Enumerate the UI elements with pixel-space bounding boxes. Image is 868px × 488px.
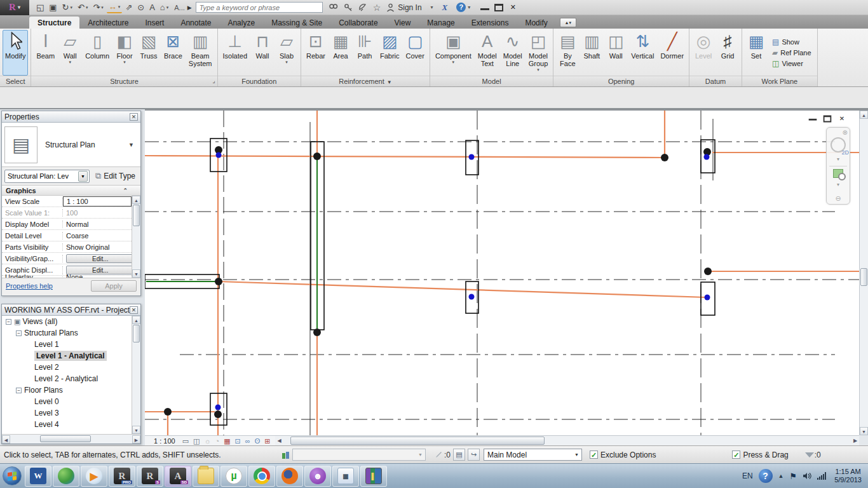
floor-button[interactable]: ◧Floor▾ <box>113 30 136 76</box>
project-browser-title-bar[interactable]: WORKING MY ASS OFF.rvt - Project ... ✕ <box>2 304 140 316</box>
shaft-opening-button[interactable]: ▥Shaft <box>580 30 603 76</box>
analytical-node-black[interactable] <box>704 268 712 275</box>
tree-item-floor-plans[interactable]: −Floor Plans <box>2 384 140 396</box>
sign-in-button[interactable]: Sign In <box>398 3 421 12</box>
wheel-dropdown[interactable]: ▾ <box>837 156 839 162</box>
set-work-plane-button[interactable]: ▦Set <box>745 30 768 76</box>
taskbar-revit-pro[interactable]: RPRO <box>109 466 135 487</box>
sync-icon[interactable]: ↻▾ <box>60 2 74 13</box>
drawing-canvas[interactable]: ✕ ⊗ ▾ ▾ ⊖ <box>145 111 859 435</box>
tree-item-level-1-analytical[interactable]: Level 1 - Analytical <box>2 350 140 362</box>
taskbar-firefox[interactable] <box>276 466 303 487</box>
restore-button[interactable] <box>494 4 503 11</box>
tab-analyze[interactable]: Analyze <box>219 17 263 29</box>
worksets-combo[interactable]: ▼ <box>292 449 426 461</box>
tab-architecture[interactable]: Architecture <box>79 17 137 29</box>
zoom-region-icon[interactable] <box>833 169 843 178</box>
search-icon[interactable] <box>329 3 338 12</box>
wall-opening-button[interactable]: ◫Wall <box>604 30 627 76</box>
panel-label-select[interactable]: Select <box>0 76 31 86</box>
wall-button[interactable]: ▱Wall▾ <box>58 30 81 76</box>
crop-region-icon[interactable]: ⊡ <box>235 437 241 445</box>
taskbar-media-player[interactable]: ▶ <box>81 466 107 487</box>
visual-style-icon[interactable]: ◫ <box>193 437 200 445</box>
exclude-options-checkbox[interactable]: ✓ Exclude Options <box>590 451 656 459</box>
panel-label-foundation[interactable]: Foundation <box>218 76 301 86</box>
edit-type-button[interactable]: ⧉ Edit Type <box>93 170 138 182</box>
zoom-dropdown[interactable]: ▾ <box>837 182 839 187</box>
wall-foundation-button[interactable]: ⊓Wall <box>251 30 274 76</box>
crop-view-icon[interactable]: ▦ <box>224 437 230 445</box>
taskbar-explorer[interactable] <box>193 466 219 487</box>
navbar-close-icon[interactable]: ⊗ <box>843 129 848 136</box>
tag-icon[interactable]: ⊙ <box>135 2 146 13</box>
properties-help-link[interactable]: Properties help <box>6 282 53 290</box>
fabric-button[interactable]: ▨Fabric <box>377 30 402 76</box>
analytical-model-icon[interactable]: ⊞ <box>264 437 270 445</box>
aligned-dimension-icon[interactable]: ⇗ <box>123 2 134 13</box>
scroll-down-arrow[interactable]: ▼ <box>860 427 868 435</box>
slab-button[interactable]: ▱Slab▾ <box>275 30 298 76</box>
analytical-node-blue[interactable] <box>469 294 475 300</box>
analytical-node-blue[interactable] <box>216 152 222 158</box>
expand-collapse-icon[interactable]: − <box>16 330 22 336</box>
tree-scroll-left[interactable]: ◀ <box>2 435 10 444</box>
model-text-button[interactable]: AModel Text <box>475 30 499 76</box>
tab-manage[interactable]: Manage <box>419 17 463 29</box>
tree-item-views-all-[interactable]: −▣Views (all) <box>2 316 140 327</box>
press-drag-checkbox[interactable]: ✓ Press & Drag <box>732 451 788 459</box>
analytical-node-blue[interactable] <box>215 405 221 410</box>
panel-label-datum[interactable]: Datum <box>689 76 742 86</box>
detail-level-icon[interactable]: ▭ <box>182 437 189 445</box>
sign-in-dropdown[interactable]: ▾ <box>431 4 433 10</box>
show-work-plane-button[interactable]: ▤Show <box>770 37 814 47</box>
area-reinforcement-button[interactable]: ▦Area <box>329 30 352 76</box>
exchange-apps-icon[interactable]: X <box>442 3 448 13</box>
save-icon[interactable]: ▣ <box>47 2 58 13</box>
dormer-opening-button[interactable]: ╱Dormer <box>658 30 686 76</box>
cover-button[interactable]: ▢Cover <box>403 30 427 76</box>
modify-cursor-button[interactable]: Modify <box>3 30 28 76</box>
tree-item-level-3[interactable]: Level 3 <box>2 407 140 419</box>
tree-scroll-up[interactable]: ▲ <box>132 316 140 324</box>
isolated-foundation-button[interactable]: ⊥Isolated <box>220 30 250 76</box>
rebar-button[interactable]: ⊡Rebar <box>304 30 328 76</box>
volume-icon[interactable] <box>803 472 811 480</box>
tree-item-level-4[interactable]: Level 4 <box>2 419 140 430</box>
tree-scroll-down[interactable]: ▼ <box>132 426 140 434</box>
steering-wheel-icon[interactable] <box>831 137 846 152</box>
taskbar-clock[interactable]: 1:15 AM 5/9/2013 <box>832 468 862 484</box>
apply-button[interactable]: Apply <box>91 280 137 292</box>
project-browser-close-icon[interactable]: ✕ <box>130 306 138 314</box>
scroll-right-arrow[interactable]: ▶ <box>851 438 859 444</box>
horizontal-scrollbar[interactable] <box>283 436 851 445</box>
temporary-hide-isolate-icon[interactable]: ∞ <box>245 437 250 445</box>
tree-item-structural-plans[interactable]: −Structural Plans <box>2 327 140 339</box>
instance-selector-dropdown[interactable]: ▼ <box>78 171 88 182</box>
tree-item-level-0[interactable]: Level 0 <box>2 396 140 407</box>
model-group-button[interactable]: ◰Model Group▾ <box>526 30 551 76</box>
prop-scroll-thumb[interactable] <box>133 205 140 226</box>
tab-annotate[interactable]: Annotate <box>172 17 219 29</box>
sun-path-icon[interactable]: ☼ <box>204 437 210 445</box>
ref-plane-button[interactable]: ▰Ref Plane <box>770 48 814 58</box>
analytical-node-blue[interactable] <box>704 154 710 160</box>
search-input[interactable] <box>196 2 323 13</box>
minimize-button[interactable] <box>480 4 489 10</box>
panel-label-model[interactable]: Model <box>430 76 553 86</box>
panel-launcher-icon[interactable]: ⌟ <box>212 76 215 86</box>
scroll-left-arrow[interactable]: ◀ <box>275 438 283 444</box>
communication-center-icon[interactable] <box>358 3 367 12</box>
opening-by-face-button[interactable]: ▤By Face <box>556 30 579 76</box>
design-options-icon[interactable]: ▤ <box>453 449 465 461</box>
analytical-node-black[interactable] <box>214 410 222 418</box>
taskbar-word[interactable]: W <box>25 466 51 487</box>
taskbar-utorrent[interactable]: µ <box>220 466 247 487</box>
vertical-scroll-thumb[interactable] <box>860 268 867 286</box>
reveal-hidden-icon[interactable]: ʘ <box>255 437 261 445</box>
panel-label-structure[interactable]: Structure⌟ <box>31 76 217 86</box>
instance-selector-combo[interactable]: Structural Plan: Lev ▼ <box>4 170 90 183</box>
ribbon-minimize-toggle[interactable]: ▲▾ <box>560 18 576 27</box>
taskbar-autodesk-sd[interactable]: ASD <box>165 466 191 487</box>
view-restore-button[interactable] <box>824 116 832 123</box>
